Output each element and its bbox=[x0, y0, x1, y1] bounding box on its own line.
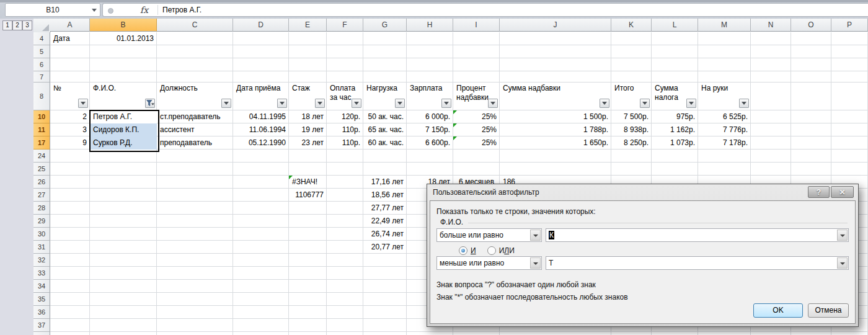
row-header-27[interactable]: 27 bbox=[33, 189, 50, 202]
cell-B17[interactable]: Сурков Р.Д. bbox=[90, 136, 157, 150]
row-header-35[interactable]: 35 bbox=[33, 293, 50, 306]
cell-F17[interactable]: 110р. bbox=[327, 136, 363, 150]
row-header-17[interactable]: 17 bbox=[33, 136, 50, 150]
value1-dropdown-icon[interactable] bbox=[837, 230, 848, 241]
cell-K17[interactable]: 8 250р. bbox=[611, 136, 652, 150]
cell-J10[interactable]: 1 500р. bbox=[500, 110, 611, 123]
operator2-select[interactable]: меньше или равно bbox=[436, 256, 542, 270]
filter-funnel-button-B[interactable] bbox=[145, 99, 155, 108]
row-header-32[interactable]: 32 bbox=[33, 254, 50, 267]
cell-E11[interactable]: 19 лет bbox=[289, 123, 327, 136]
cell-A17[interactable]: 9 bbox=[50, 136, 90, 150]
value1-selected-text[interactable]: К bbox=[549, 231, 554, 239]
cell-H17[interactable]: 6 600р. bbox=[407, 136, 453, 150]
column-header-P[interactable]: P bbox=[831, 19, 868, 32]
cell-L10[interactable]: 975р. bbox=[652, 110, 698, 123]
cell-C11[interactable]: ассистент bbox=[157, 123, 233, 136]
cancel-button[interactable]: Отмена bbox=[808, 303, 849, 318]
row-header-8[interactable]: 8 bbox=[33, 83, 50, 110]
outline-level-button-1[interactable]: 1 bbox=[2, 20, 12, 30]
row-header-29[interactable]: 29 bbox=[33, 215, 50, 228]
cell-A4[interactable]: Дата bbox=[50, 32, 90, 45]
cell-E17[interactable]: 23 лет bbox=[289, 136, 327, 150]
operator1-dropdown-icon[interactable] bbox=[530, 230, 541, 241]
row-header-4[interactable]: 4 bbox=[33, 32, 50, 45]
filter-button-I[interactable] bbox=[488, 99, 498, 108]
column-header-O[interactable]: O bbox=[791, 19, 831, 32]
cell-B4[interactable]: 01.01.2013 bbox=[90, 32, 157, 45]
row-header-26[interactable]: 26 bbox=[33, 176, 50, 189]
column-header-M[interactable]: M bbox=[698, 19, 751, 32]
filter-button-D[interactable] bbox=[277, 99, 287, 108]
row-header-31[interactable]: 31 bbox=[33, 241, 50, 254]
cell-L11[interactable]: 1 162р. bbox=[652, 123, 698, 136]
radio-or[interactable]: ИЛИ bbox=[487, 246, 515, 255]
formula-text[interactable]: Петров А.Г. bbox=[162, 4, 202, 16]
ok-button[interactable]: OK bbox=[753, 303, 803, 318]
cell-A10[interactable]: 2 bbox=[50, 110, 90, 123]
cell-H11[interactable]: 7 150р. bbox=[407, 123, 453, 136]
row-header-33[interactable]: 33 bbox=[33, 267, 50, 280]
cell-D10[interactable]: 04.11.1995 bbox=[233, 110, 289, 123]
cell-E10[interactable]: 18 лет bbox=[289, 110, 327, 123]
cell-G30[interactable]: 26,74 лет bbox=[363, 228, 407, 241]
filter-button-F[interactable] bbox=[352, 99, 361, 108]
cell-C10[interactable]: ст.преподаватель bbox=[157, 110, 233, 123]
column-header-E[interactable]: E bbox=[289, 19, 327, 32]
row-header-5[interactable]: 5 bbox=[33, 45, 50, 58]
row-header-10[interactable]: 10 bbox=[33, 110, 50, 123]
row-header-30[interactable]: 30 bbox=[33, 228, 50, 241]
filter-button-L[interactable] bbox=[686, 99, 696, 108]
filter-button-K[interactable] bbox=[640, 99, 650, 108]
cell-M10[interactable]: 6 525р. bbox=[698, 110, 751, 123]
insert-function-icon[interactable]: fx bbox=[140, 4, 148, 16]
operator2-dropdown-icon[interactable] bbox=[530, 257, 541, 269]
filter-button-E[interactable] bbox=[315, 99, 325, 108]
cell-D17[interactable]: 05.12.1990 bbox=[233, 136, 289, 150]
filter-button-J[interactable] bbox=[600, 99, 609, 108]
value2-text[interactable]: Т bbox=[549, 257, 553, 269]
cell-G29[interactable]: 22,49 лет bbox=[363, 215, 407, 228]
cell-K10[interactable]: 7 500р. bbox=[611, 110, 652, 123]
operator1-select[interactable]: больше или равно bbox=[436, 228, 542, 242]
filter-button-M[interactable] bbox=[739, 99, 749, 108]
row-header-6[interactable]: 6 bbox=[33, 58, 50, 71]
cell-J11[interactable]: 1 788р. bbox=[500, 123, 611, 136]
cell-E26[interactable]: #ЗНАЧ! bbox=[289, 176, 327, 189]
cell-H10[interactable]: 6 000р. bbox=[407, 110, 453, 123]
cell-B11[interactable]: Сидоров К.П. bbox=[90, 123, 157, 136]
value2-dropdown-icon[interactable] bbox=[837, 257, 848, 269]
column-header-A[interactable]: A bbox=[50, 19, 90, 32]
cell-F10[interactable]: 120р. bbox=[327, 110, 363, 123]
column-header-K[interactable]: K bbox=[611, 19, 652, 32]
cell-G11[interactable]: 65 ак. час. bbox=[363, 123, 407, 136]
cell-G31[interactable]: 20,77 лет bbox=[363, 241, 407, 254]
value2-combobox[interactable]: Т bbox=[546, 256, 849, 270]
row-header-34[interactable]: 34 bbox=[33, 280, 50, 293]
cell-G27[interactable]: 18,56 лет bbox=[363, 189, 407, 202]
row-header-25[interactable]: 25 bbox=[33, 163, 50, 176]
cell-J17[interactable]: 1 650р. bbox=[500, 136, 611, 150]
column-header-G[interactable]: G bbox=[363, 19, 407, 32]
row-header-24[interactable]: 24 bbox=[33, 150, 50, 163]
cell-A11[interactable]: 3 bbox=[50, 123, 90, 136]
close-button[interactable]: ✕ bbox=[831, 186, 854, 198]
name-box-dropdown-icon[interactable] bbox=[92, 9, 97, 12]
cell-I11[interactable]: 25% bbox=[453, 123, 500, 136]
radio-or-icon[interactable] bbox=[487, 246, 496, 255]
select-all-corner[interactable] bbox=[33, 19, 51, 33]
column-header-J[interactable]: J bbox=[500, 19, 611, 32]
column-header-C[interactable]: C bbox=[157, 19, 233, 32]
cell-J8[interactable]: Сумма надбавки bbox=[500, 83, 611, 110]
cell-M17[interactable]: 7 178р. bbox=[698, 136, 751, 150]
radio-and-icon[interactable] bbox=[459, 246, 467, 255]
row-header-38[interactable]: 38 bbox=[33, 332, 50, 335]
column-header-F[interactable]: F bbox=[327, 19, 363, 32]
row-header-28[interactable]: 28 bbox=[33, 202, 50, 215]
column-header-B[interactable]: B bbox=[90, 19, 157, 32]
value1-combobox[interactable]: К bbox=[546, 228, 849, 242]
row-header-37[interactable]: 37 bbox=[33, 319, 50, 332]
column-header-N[interactable]: N bbox=[751, 19, 791, 32]
column-header-L[interactable]: L bbox=[652, 19, 698, 32]
row-header-7[interactable]: 7 bbox=[33, 71, 50, 83]
